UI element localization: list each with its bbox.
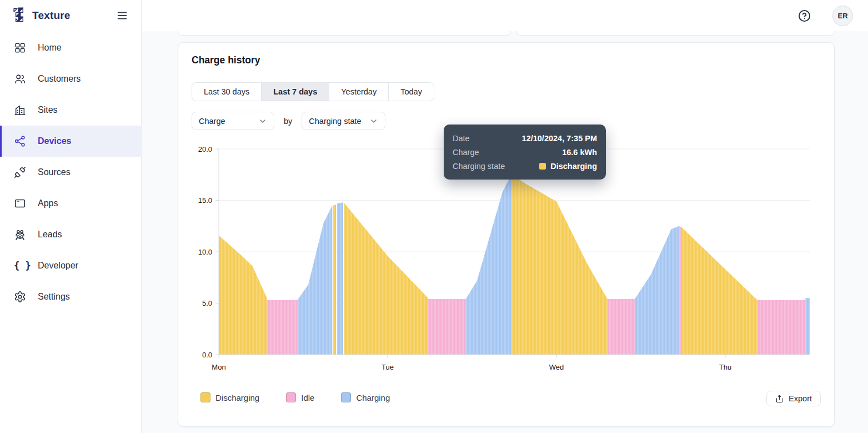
metric-select[interactable]: Charge	[192, 112, 274, 130]
users-icon	[14, 73, 26, 85]
texture-logo-icon	[12, 7, 27, 24]
sidebar: Texture Home Customers Sites Devices Sou…	[0, 0, 142, 433]
chart-tooltip: Date 12/10/2024, 7:35 PM Charge 16.6 kWh…	[444, 125, 606, 180]
topbar: ER	[142, 0, 868, 31]
sidebar-item-home[interactable]: Home	[0, 32, 141, 63]
sidebar-item-developer[interactable]: { } Developer	[0, 250, 141, 281]
sidebar-item-label: Sites	[38, 105, 58, 115]
export-label: Export	[789, 394, 812, 403]
group-by-select-value: Charging state	[309, 117, 361, 126]
idle-swatch	[286, 392, 296, 402]
tooltip-value: 12/10/2024, 7:35 PM	[522, 134, 597, 143]
date-range-tabs: Last 30 days Last 7 days Yesterday Today	[192, 82, 434, 101]
share-nodes-icon	[14, 135, 26, 147]
sidebar-item-label: Apps	[38, 198, 58, 208]
help-button[interactable]	[797, 9, 811, 23]
svg-text:15.0: 15.0	[198, 196, 212, 205]
legend-item-discharging: Discharging	[200, 392, 259, 402]
svg-text:Thu: Thu	[719, 363, 731, 371]
logo-row: Texture	[0, 0, 141, 31]
tab-yesterday[interactable]: Yesterday	[329, 83, 389, 101]
sidebar-item-label: Sources	[38, 167, 71, 177]
tooltip-value: Discharging	[539, 162, 597, 171]
app-window-icon	[14, 197, 26, 210]
by-label: by	[284, 117, 292, 126]
metric-select-value: Charge	[199, 117, 225, 126]
building-icon	[14, 104, 26, 116]
partial-card-right	[516, 31, 835, 36]
chart-legend: Discharging Idle Charging	[200, 392, 390, 402]
chart-controls: Charge by Charging state	[192, 112, 385, 130]
help-circle-icon	[797, 9, 811, 23]
legend-item-charging: Charging	[341, 392, 390, 402]
legend-item-idle: Idle	[286, 392, 314, 402]
svg-text:20.0: 20.0	[198, 145, 212, 153]
tooltip-row-charge: Charge 16.6 kWh	[444, 145, 606, 159]
sidebar-item-apps[interactable]: Apps	[0, 188, 141, 219]
tooltip-value: 16.6 kWh	[562, 148, 597, 157]
sidebar-item-leads[interactable]: Leads	[0, 219, 141, 250]
sidebar-item-customers[interactable]: Customers	[0, 63, 141, 94]
sidebar-item-label: Customers	[38, 74, 81, 84]
chevron-down-icon	[369, 117, 378, 126]
sidebar-item-label: Home	[38, 43, 62, 53]
sidebar-item-sources[interactable]: Sources	[0, 157, 141, 188]
svg-text:Mon: Mon	[212, 363, 225, 371]
discharging-swatch	[200, 392, 210, 402]
unplug-icon	[14, 166, 26, 178]
partial-card-left	[178, 31, 511, 36]
scrolled-cards-row	[142, 31, 868, 36]
sidebar-item-label: Leads	[38, 230, 62, 240]
svg-text:Tue: Tue	[382, 363, 394, 371]
sidebar-item-devices[interactable]: Devices	[0, 126, 141, 157]
svg-text:Wed: Wed	[549, 363, 564, 371]
export-icon	[775, 395, 784, 403]
tooltip-label: Charging state	[453, 162, 505, 171]
avatar[interactable]: ER	[832, 6, 853, 26]
tooltip-state-value: Discharging	[550, 162, 597, 171]
sidebar-item-label: Developer	[38, 261, 78, 271]
charge-history-card: Charge history Last 30 days Last 7 days …	[178, 42, 835, 427]
gear-icon	[14, 291, 26, 303]
sidebar-item-settings[interactable]: Settings	[0, 281, 141, 312]
chevron-down-icon	[258, 117, 267, 126]
hamburger-menu-button[interactable]	[116, 9, 128, 22]
tab-last-7-days[interactable]: Last 7 days	[262, 83, 329, 101]
grid-icon	[14, 42, 26, 54]
hamburger-icon	[116, 9, 128, 22]
charging-swatch	[341, 392, 351, 402]
group-icon	[14, 228, 26, 241]
svg-text:0.0: 0.0	[202, 351, 212, 359]
sidebar-item-label: Devices	[38, 136, 72, 146]
svg-text:5.0: 5.0	[202, 299, 212, 307]
group-by-select[interactable]: Charging state	[302, 112, 385, 130]
sidebar-nav: Home Customers Sites Devices Sources App…	[0, 32, 141, 312]
svg-text:10.0: 10.0	[198, 248, 212, 256]
export-button[interactable]: Export	[766, 391, 821, 406]
brand-name: Texture	[32, 9, 71, 22]
main-content: Charge history Last 30 days Last 7 days …	[142, 31, 868, 433]
braces-icon: { }	[14, 260, 26, 271]
legend-label: Charging	[356, 393, 390, 402]
tooltip-label: Charge	[453, 148, 479, 157]
sidebar-item-sites[interactable]: Sites	[0, 94, 141, 126]
tooltip-row-state: Charging state Discharging	[444, 159, 606, 173]
tab-last-30-days[interactable]: Last 30 days	[192, 83, 262, 101]
sidebar-item-label: Settings	[38, 292, 70, 302]
legend-label: Discharging	[215, 393, 259, 402]
tooltip-row-date: Date 12/10/2024, 7:35 PM	[444, 131, 606, 145]
tab-today[interactable]: Today	[389, 83, 434, 101]
tooltip-label: Date	[453, 134, 470, 143]
tooltip-state-swatch	[539, 163, 546, 170]
legend-label: Idle	[301, 393, 314, 402]
page-title: Charge history	[192, 54, 260, 66]
